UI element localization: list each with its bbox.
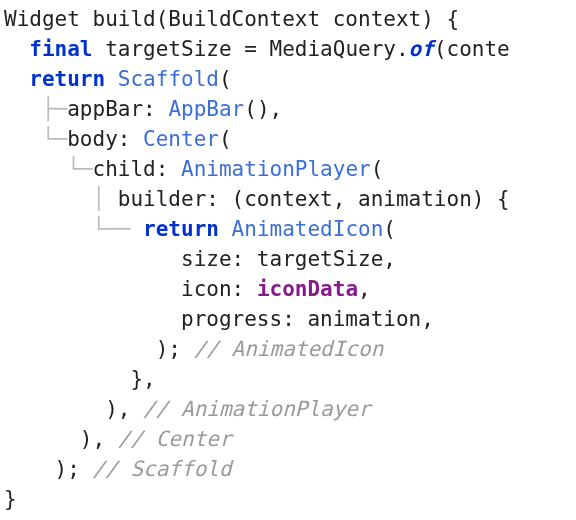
code-text: }, [4,367,156,391]
code-line: final targetSize = MediaQuery.of(conte [4,37,510,61]
code-line: icon: iconData, [4,277,371,301]
keyword-return: return [143,217,219,241]
code-line: ), // AnimationPlayer [4,397,371,421]
code-line: ); // AnimatedIcon [4,337,383,361]
code-text: body: [67,127,143,151]
comment-center: // Center [118,427,232,451]
tree-guide: └── [4,217,143,241]
code-text: progress: animation, [4,307,434,331]
code-line: ); // Scaffold [4,457,232,481]
code-text: targetSize = MediaQuery. [93,37,409,61]
code-line: └── return AnimatedIcon( [4,217,396,241]
code-text: (), [244,97,282,121]
code-text: ), [4,397,143,421]
code-text: ); [4,337,194,361]
keyword-return: return [29,67,105,91]
code-text: appBar: [67,97,168,121]
comment-scaffold: // Scaffold [93,457,232,481]
type-animationplayer: AnimationPlayer [181,157,371,181]
code-text: ( [371,157,384,181]
code-line: └─body: Center( [4,127,232,151]
comment-animationplayer: // AnimationPlayer [143,397,371,421]
code-line: ├─appBar: AppBar(), [4,97,282,121]
code-text: icon: [4,277,257,301]
code-line: Widget build(BuildContext context) { [4,7,459,31]
code-text: (conte [434,37,510,61]
code-text: ( [383,217,396,241]
code-text: ( [219,67,232,91]
code-text: , [358,277,371,301]
code-text: builder: (context, animation) { [118,187,510,211]
code-text: } [4,487,17,511]
keyword-of: of [409,37,434,61]
code-text [4,37,29,61]
type-animatedicon: AnimatedIcon [232,217,384,241]
code-line: └─child: AnimationPlayer( [4,157,383,181]
code-text [4,67,29,91]
keyword-final: final [29,37,92,61]
tree-guide: └─ [4,157,93,181]
code-text: child: [93,157,182,181]
type-appbar: AppBar [168,97,244,121]
property-icondata: iconData [257,277,358,301]
comment-animatedicon: // AnimatedIcon [194,337,384,361]
type-scaffold: Scaffold [118,67,219,91]
code-line: │ builder: (context, animation) { [4,187,510,211]
code-text: size: targetSize, [4,247,396,271]
code-text: ), [4,427,118,451]
code-text: Widget build(BuildContext context) { [4,7,459,31]
code-text [105,67,118,91]
code-text [219,217,232,241]
code-line: } [4,487,17,511]
code-text: ( [219,127,232,151]
code-line: return Scaffold( [4,67,232,91]
code-line: progress: animation, [4,307,434,331]
code-line: ), // Center [4,427,232,451]
tree-guide: │ [4,187,118,211]
code-line: }, [4,367,156,391]
type-center: Center [143,127,219,151]
code-line: size: targetSize, [4,247,396,271]
tree-guide: ├─ [4,97,67,121]
code-text: ); [4,457,93,481]
tree-guide: └─ [4,127,67,151]
code-editor[interactable]: Widget build(BuildContext context) { fin… [0,0,576,514]
